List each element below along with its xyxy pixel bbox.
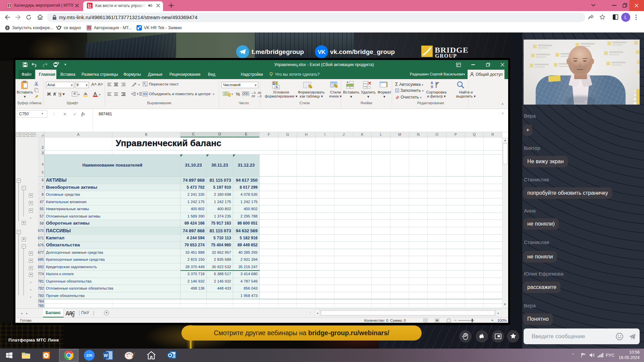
- svg-text:W: W: [104, 353, 108, 358]
- svg-text:Я: Я: [431, 85, 433, 89]
- svg-text:А: А: [431, 81, 433, 85]
